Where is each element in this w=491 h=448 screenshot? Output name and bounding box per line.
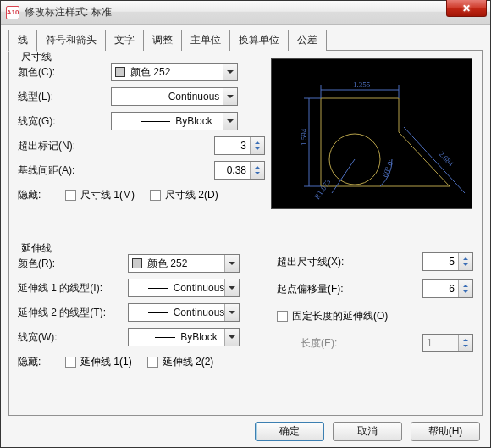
extline1-linetype-combo[interactable]: Continuous xyxy=(128,279,240,297)
button-bar: 确定 取消 帮助(H) xyxy=(1,415,490,447)
extline-hide1-text: 延伸线 1(1) xyxy=(80,355,132,369)
tab-primary-units[interactable]: 主单位 xyxy=(181,30,230,51)
dropdown-icon[interactable] xyxy=(224,304,239,321)
app-icon: A10 xyxy=(6,6,19,19)
line-preview-icon xyxy=(141,121,170,122)
extline-offset-label: 起点偏移量(F): xyxy=(277,282,378,296)
extline-offset-spinner[interactable]: 6 xyxy=(422,279,473,298)
line-preview-icon xyxy=(148,312,168,313)
cancel-button[interactable]: 取消 xyxy=(333,422,402,441)
extline-color-label: 颜色(R): xyxy=(18,257,128,271)
checkbox-icon xyxy=(277,311,288,322)
extline-hide-label: 隐藏: xyxy=(18,355,65,369)
tab-fit[interactable]: 调整 xyxy=(143,30,182,51)
group-extension-lines-legend: 延伸线 xyxy=(18,241,55,256)
titlebar: A10 修改标注样式: 标准 ✕ xyxy=(1,1,490,25)
line-preview-icon xyxy=(148,288,168,289)
extline-color-combo[interactable]: 颜色 252 xyxy=(128,254,240,273)
dimline-extend-value: 3 xyxy=(215,140,250,152)
dropdown-icon[interactable] xyxy=(223,64,237,80)
dimension-preview: 1.355 1.594 2.684 R1.073 60° 0' xyxy=(271,58,472,209)
dropdown-icon[interactable] xyxy=(224,329,239,346)
tab-symbols-arrows[interactable]: 符号和箭头 xyxy=(36,30,106,51)
dimline-hide1-checkbox[interactable]: 尺寸线 1(M) xyxy=(65,188,135,202)
spinner-icon[interactable] xyxy=(458,280,472,297)
spinner-icon[interactable] xyxy=(250,162,264,179)
svg-text:60° 0': 60° 0' xyxy=(381,158,395,179)
tab-lines[interactable]: 线 xyxy=(8,30,37,52)
extline-length-value: 1 xyxy=(423,337,458,349)
extline-beyond-label: 超出尺寸线(X): xyxy=(277,255,378,269)
color-swatch-icon xyxy=(132,258,142,268)
dimline-color-combo[interactable]: 颜色 252 xyxy=(111,63,238,81)
dimline-color-value: 颜色 252 xyxy=(130,65,170,80)
group-dimension-lines-legend: 尺寸线 xyxy=(18,50,55,64)
dropdown-icon[interactable] xyxy=(224,255,239,272)
line-preview-icon xyxy=(135,97,163,97)
extline-length-spinner[interactable]: 1 xyxy=(422,334,473,352)
extline2-linetype-label: 延伸线 2 的线型(T): xyxy=(18,306,128,320)
extline-lineweight-value: ByBlock xyxy=(180,331,217,343)
extline-hide2-checkbox[interactable]: 延伸线 2(2) xyxy=(147,355,214,369)
checkbox-icon xyxy=(65,190,76,201)
tabstrip: 线 符号和箭头 文字 调整 主单位 换算单位 公差 xyxy=(8,30,483,51)
ok-button[interactable]: 确定 xyxy=(255,422,324,441)
extline-fixed-text: 固定长度的延伸线(O) xyxy=(292,309,388,324)
line-preview-icon xyxy=(155,337,175,338)
group-extension-lines: 延伸线 颜色(R): 颜色 252 延伸线 1 的线型(I): xyxy=(18,249,265,371)
dimline-extend-spinner[interactable]: 3 xyxy=(214,136,265,155)
svg-text:2.684: 2.684 xyxy=(438,150,455,169)
extline-hide1-checkbox[interactable]: 延伸线 1(1) xyxy=(65,355,132,369)
extline-beyond-value: 5 xyxy=(423,256,458,268)
extline-beyond-spinner[interactable]: 5 xyxy=(422,252,473,271)
extline-hide2-text: 延伸线 2(2) xyxy=(163,355,214,369)
dimline-color-label: 颜色(C): xyxy=(18,65,111,80)
checkbox-icon xyxy=(65,357,76,368)
svg-text:1.594: 1.594 xyxy=(300,128,308,146)
dropdown-icon[interactable] xyxy=(223,113,237,130)
dropdown-icon[interactable] xyxy=(223,88,237,105)
checkbox-icon xyxy=(150,190,161,201)
dropdown-icon[interactable] xyxy=(224,279,239,296)
dimline-baseline-label: 基线间距(A): xyxy=(18,163,162,178)
dimline-hide1-text: 尺寸线 1(M) xyxy=(80,188,135,202)
spinner-icon[interactable] xyxy=(250,137,264,154)
dimline-linetype-value: Continuous xyxy=(168,91,220,102)
dimline-baseline-spinner[interactable]: 0.38 xyxy=(214,161,265,180)
dimline-hide2-checkbox[interactable]: 尺寸线 2(D) xyxy=(150,188,218,202)
spinner-icon[interactable] xyxy=(458,253,472,270)
tab-tolerances[interactable]: 公差 xyxy=(288,30,327,51)
extline-lineweight-label: 线宽(W): xyxy=(18,330,128,345)
dimline-linetype-label: 线型(L): xyxy=(18,90,111,104)
dimline-baseline-value: 0.38 xyxy=(215,164,250,176)
extline1-linetype-label: 延伸线 1 的线型(I): xyxy=(18,281,128,296)
extline-length-label: 长度(E): xyxy=(301,336,378,351)
dimline-extend-label: 超出标记(N): xyxy=(18,139,162,153)
close-button[interactable]: ✕ xyxy=(446,0,487,17)
svg-line-7 xyxy=(404,127,465,193)
help-button[interactable]: 帮助(H) xyxy=(411,422,480,441)
tab-text[interactable]: 文字 xyxy=(105,30,144,51)
extline-color-value: 颜色 252 xyxy=(147,257,187,271)
svg-text:1.355: 1.355 xyxy=(353,80,371,89)
checkbox-icon xyxy=(147,357,158,368)
extline-lineweight-combo[interactable]: ByBlock xyxy=(128,328,240,346)
extline1-linetype-value: Continuous xyxy=(174,282,225,294)
window-title: 修改标注样式: 标准 xyxy=(25,5,112,19)
extline-fixed-checkbox[interactable]: 固定长度的延伸线(O) xyxy=(277,309,388,324)
dimline-lineweight-label: 线宽(G): xyxy=(18,114,111,129)
svg-text:R1.073: R1.073 xyxy=(312,177,332,201)
tab-alt-units[interactable]: 换算单位 xyxy=(229,30,289,51)
dimline-lineweight-combo[interactable]: ByBlock xyxy=(111,112,238,130)
color-swatch-icon xyxy=(115,67,125,77)
group-dimension-lines: 尺寸线 颜色(C): 颜色 252 线型(L): Cont xyxy=(18,58,265,213)
dimline-hide-label: 隐藏: xyxy=(18,188,65,202)
spinner-icon xyxy=(458,335,472,351)
dimline-lineweight-value: ByBlock xyxy=(175,115,212,127)
dimline-hide2-text: 尺寸线 2(D) xyxy=(165,188,218,202)
extline2-linetype-value: Continuous xyxy=(174,307,225,318)
extline-offset-value: 6 xyxy=(423,283,458,295)
dimline-linetype-combo[interactable]: Continuous xyxy=(111,87,238,106)
extline2-linetype-combo[interactable]: Continuous xyxy=(128,303,240,322)
